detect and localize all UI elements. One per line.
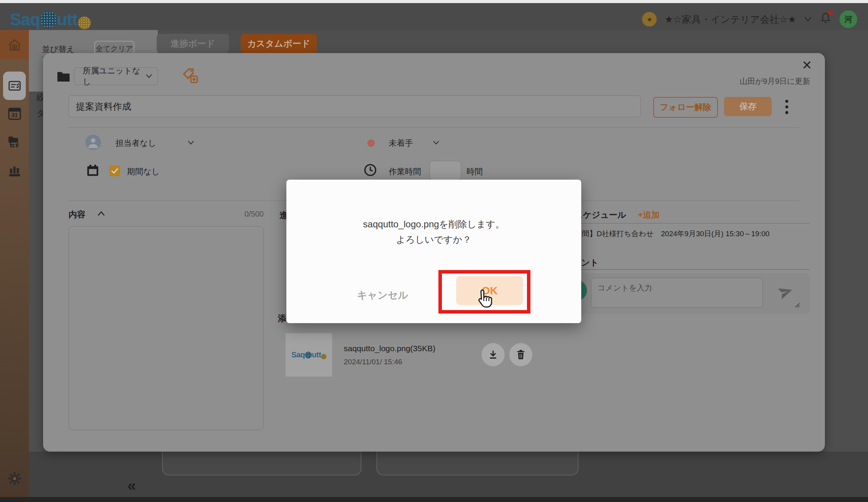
sidebar-item-calendar[interactable]: 31 xyxy=(0,105,29,122)
home-icon xyxy=(7,37,23,53)
thumbnail-logo: Saq utt xyxy=(291,350,326,359)
unfollow-button[interactable]: フォロー解除 xyxy=(653,97,718,118)
calendar-icon xyxy=(85,163,100,178)
save-button[interactable]: 保存 xyxy=(724,97,772,116)
work-time-label: 作業時間 xyxy=(389,166,421,177)
sidebar-item-home[interactable] xyxy=(0,30,29,60)
clock-icon xyxy=(363,163,377,177)
delete-attachment-button[interactable] xyxy=(509,343,532,366)
sidebar-item-projects[interactable] xyxy=(0,133,29,151)
task-title-input[interactable] xyxy=(69,95,641,117)
logo-q-icon xyxy=(305,352,312,359)
sidebar-nav: 31 xyxy=(0,30,29,497)
dialog-message-line1: saqqutto_logo.pngを削除します。 xyxy=(286,218,581,230)
divider xyxy=(574,223,809,223)
assignee-avatar-icon xyxy=(85,135,101,150)
logo-text-1: Saq xyxy=(10,10,40,29)
chevron-down-icon xyxy=(146,74,152,78)
org-avatar[interactable]: ★ xyxy=(642,12,657,27)
send-comment-icon[interactable] xyxy=(778,284,794,300)
logo-dot-icon xyxy=(78,17,91,29)
collapse-sidebar-button[interactable]: « xyxy=(127,477,136,494)
resize-handle-icon[interactable] xyxy=(794,302,800,308)
company-name[interactable]: ★☆家具・インテリア会社☆★ xyxy=(664,13,796,26)
attachment-datetime: 2024/11/01/ 15:46 xyxy=(344,358,402,366)
folder-icon xyxy=(56,71,71,83)
schedule-header: スケジュール xyxy=(574,209,626,221)
divider xyxy=(69,127,799,128)
notification-dot xyxy=(828,10,833,15)
browser-edge-strip xyxy=(0,0,868,3)
comment-input[interactable] xyxy=(591,278,763,308)
sidebar-item-reports[interactable] xyxy=(0,161,29,179)
no-period-checkbox[interactable] xyxy=(109,165,120,176)
chevron-down-icon[interactable] xyxy=(433,140,440,145)
bar-chart-icon xyxy=(7,162,23,178)
notification-bell[interactable] xyxy=(819,12,832,27)
assignee-select[interactable]: 担当者なし xyxy=(115,138,156,148)
add-schedule-button[interactable]: +追加 xyxy=(638,209,660,221)
unit-select-value: 所属ユニットなし xyxy=(83,65,146,87)
download-icon xyxy=(488,349,498,360)
content-char-counter: 0/500 xyxy=(69,210,264,218)
svg-text:31: 31 xyxy=(11,112,18,118)
status-dot xyxy=(367,139,375,147)
divider xyxy=(573,269,809,270)
cancel-button[interactable]: キャンセル xyxy=(352,284,413,307)
clipped-filter-text: 絞 xyxy=(37,92,43,103)
work-time-unit: 時間 xyxy=(467,166,483,177)
logo-dot-icon xyxy=(321,354,326,359)
work-time-input[interactable] xyxy=(430,161,461,180)
sidebar-item-settings[interactable] xyxy=(0,470,29,487)
unit-select[interactable]: 所属ユニットなし xyxy=(74,67,158,85)
app-root: Saq utt ★ ★☆家具・インテリア会社☆★ 河 xyxy=(0,0,868,502)
status-select[interactable]: 未着手 xyxy=(389,138,413,148)
attachment-header-fragment: 添 xyxy=(278,313,286,324)
user-avatar[interactable]: 河 xyxy=(840,10,857,28)
attachment-thumbnail[interactable]: Saq utt xyxy=(286,333,332,377)
close-icon[interactable]: × xyxy=(802,57,812,73)
calendar-31-icon: 31 xyxy=(7,106,22,121)
gear-icon xyxy=(7,470,23,487)
delete-confirm-dialog: saqqutto_logo.pngを削除します。 よろしいですか？ キャンセル … xyxy=(286,180,581,323)
tab-custom-board[interactable]: カスタムボード xyxy=(241,34,317,53)
trash-icon xyxy=(516,349,526,360)
chevron-down-icon[interactable] xyxy=(187,140,194,145)
kebab-menu-icon[interactable] xyxy=(784,98,789,115)
dialog-message-line2: よろしいですか？ xyxy=(286,233,581,246)
comment-header-fragment: ント xyxy=(581,257,599,269)
folder-tree-icon xyxy=(7,134,23,150)
app-logo[interactable]: Saq utt xyxy=(10,10,91,29)
no-period-label: 期間なし xyxy=(127,166,160,177)
top-bar: Saq utt ★ ★☆家具・インテリア会社☆★ 河 xyxy=(0,3,868,30)
tab-progress-board[interactable]: 進捗ボード xyxy=(157,34,229,53)
sidebar-item-tasks[interactable] xyxy=(3,72,26,100)
last-updated-note: 山田が9月9日に更新 xyxy=(740,76,810,87)
org-avatar-star: ★ xyxy=(647,16,652,23)
content-textarea[interactable] xyxy=(69,226,264,430)
user-avatar-initial: 河 xyxy=(845,14,852,25)
add-tag-icon[interactable] xyxy=(181,67,199,85)
download-button[interactable] xyxy=(482,343,505,366)
clipped-tag-text: タ xyxy=(37,108,43,119)
logo-text-2: utt xyxy=(57,10,77,29)
task-list-icon xyxy=(7,78,22,93)
hand-cursor-icon xyxy=(476,289,493,309)
logo-q-icon xyxy=(40,12,57,28)
top-bar-right: ★ ★☆家具・インテリア会社☆★ 河 xyxy=(642,8,857,30)
schedule-entry[interactable]: 間】D社様打ち合わせ 2024年9月30日(月) 15:30～19:00 xyxy=(582,229,769,239)
attachment-filename: saqqutto_logo.png(35KB) xyxy=(344,344,435,353)
checkmark-icon xyxy=(111,168,119,174)
bottom-bar xyxy=(0,497,868,502)
chevron-down-icon[interactable] xyxy=(804,17,812,22)
